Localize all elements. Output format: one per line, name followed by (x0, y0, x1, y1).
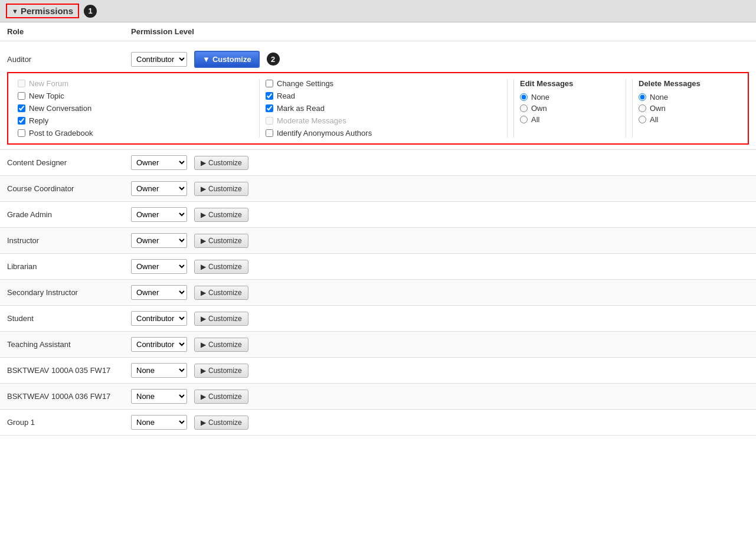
customize-panel: New Forum New Topic New Conversation Rep… (7, 72, 749, 145)
customize-label: Customize (208, 367, 242, 375)
role-name-label: Secondary Instructor (7, 288, 131, 297)
auditor-role-label: Auditor (7, 55, 131, 64)
role-row: Secondary InstructorNoneContributorAutho… (0, 280, 756, 306)
col-divider-1 (259, 79, 260, 138)
role-name-label: Group 1 (7, 418, 131, 427)
edit-messages-title: Edit Messages (520, 79, 614, 88)
checkbox-post-gradebook: Post to Gradebook (18, 129, 253, 138)
checkbox-moderate-messages-input[interactable] (266, 117, 273, 125)
checkbox-identify-anon-label: Identify Anonymous Authors (277, 129, 372, 138)
auditor-row-top: Auditor None Contributor Author Owner ▼ … (7, 46, 749, 72)
role-customize-button[interactable]: ▶Customize (194, 182, 248, 196)
col-divider-3 (626, 79, 626, 138)
role-customize-button[interactable]: ▶Customize (194, 260, 248, 274)
header-bar: ▼ Permissions 1 (0, 0, 756, 22)
checkbox-moderate-messages: Moderate Messages (266, 116, 501, 125)
role-select-wrap: NoneContributorAuthorOwner (131, 259, 187, 274)
checkbox-new-topic: New Topic (18, 91, 253, 100)
delete-messages-own-label: Own (650, 104, 666, 113)
customize-arrow-icon: ▼ (202, 55, 210, 64)
role-row: Teaching AssistantNoneContributorAuthorO… (0, 332, 756, 358)
checkbox-reply-label: Reply (29, 116, 48, 125)
role-row: Grade AdminNoneContributorAuthorOwner▶Cu… (0, 202, 756, 228)
checkbox-change-settings: Change Settings (266, 79, 501, 88)
checkbox-new-forum: New Forum (18, 79, 253, 88)
auditor-customize-button[interactable]: ▼ Customize (194, 51, 260, 68)
role-customize-button[interactable]: ▶Customize (194, 364, 248, 378)
checkbox-post-gradebook-input[interactable] (18, 129, 25, 137)
customize-arrow-icon: ▶ (201, 289, 206, 297)
role-permission-select[interactable]: NoneContributorAuthorOwner (131, 311, 187, 326)
customize-arrow-icon: ▶ (201, 159, 206, 167)
role-select-wrap: NoneContributorAuthorOwner (131, 389, 187, 404)
permissions-title: ▼ Permissions (6, 4, 79, 18)
customize-arrow-icon: ▶ (201, 367, 206, 375)
role-permission-select[interactable]: NoneContributorAuthorOwner (131, 207, 187, 222)
role-permission-select[interactable]: NoneContributorAuthorOwner (131, 233, 187, 248)
edit-messages-none-label: None (531, 93, 549, 102)
role-name-label: BSKTWEAV 1000A 035 FW17 (7, 366, 131, 375)
role-customize-button[interactable]: ▶Customize (194, 338, 248, 352)
customize-arrow-icon: ▶ (201, 341, 206, 349)
edit-messages-own-radio[interactable] (520, 104, 528, 112)
role-select-wrap: NoneContributorAuthorOwner (131, 337, 187, 352)
edit-messages-section: Edit Messages None Own All (513, 79, 620, 138)
role-permission-select[interactable]: NoneContributorAuthorOwner (131, 415, 187, 430)
checkbox-new-topic-input[interactable] (18, 92, 25, 100)
checkbox-change-settings-label: Change Settings (277, 79, 333, 88)
delete-messages-none-radio[interactable] (639, 93, 646, 101)
checkbox-new-forum-input[interactable] (18, 80, 25, 87)
column-headers: Role Permission Level (0, 22, 756, 41)
role-select-wrap: NoneContributorAuthorOwner (131, 155, 187, 170)
role-customize-button[interactable]: ▶Customize (194, 312, 248, 326)
auditor-section: Auditor None Contributor Author Owner ▼ … (0, 41, 756, 150)
role-customize-button[interactable]: ▶Customize (194, 390, 248, 404)
dropdown-arrow-icon: ▼ (12, 8, 18, 15)
checkbox-change-settings-input[interactable] (266, 80, 273, 87)
role-customize-button[interactable]: ▶Customize (194, 234, 248, 248)
customize-label: Customize (208, 185, 242, 193)
role-permission-select[interactable]: NoneContributorAuthorOwner (131, 155, 187, 170)
edit-messages-all: All (520, 115, 614, 124)
role-name-label: Teaching Assistant (7, 340, 131, 349)
delete-messages-all-radio[interactable] (639, 116, 646, 123)
role-name-label: Instructor (7, 236, 131, 245)
auditor-permission-select[interactable]: None Contributor Author Owner (131, 52, 187, 67)
customize-arrow-icon: ▶ (201, 237, 206, 245)
checkbox-identify-anon-input[interactable] (266, 129, 273, 137)
role-row: InstructorNoneContributorAuthorOwner▶Cus… (0, 228, 756, 254)
role-select-wrap: NoneContributorAuthorOwner (131, 181, 187, 196)
role-permission-select[interactable]: NoneContributorAuthorOwner (131, 181, 187, 196)
customize-label: Customize (208, 418, 242, 427)
role-name-label: BSKTWEAV 1000A 036 FW17 (7, 392, 131, 401)
role-customize-button[interactable]: ▶Customize (194, 286, 248, 300)
customize-label: Customize (208, 211, 242, 219)
delete-messages-title: Delete Messages (639, 79, 732, 88)
edit-messages-own: Own (520, 104, 614, 113)
role-permission-select[interactable]: NoneContributorAuthorOwner (131, 363, 187, 378)
checkbox-col-2: Change Settings Read Mark as Read Modera… (266, 79, 501, 138)
checkbox-reply-input[interactable] (18, 117, 25, 125)
role-permission-select[interactable]: NoneContributorAuthorOwner (131, 259, 187, 274)
role-name-label: Grade Admin (7, 210, 131, 219)
delete-messages-own: Own (639, 104, 732, 113)
checkbox-mark-as-read-input[interactable] (266, 104, 273, 112)
delete-messages-own-radio[interactable] (639, 104, 646, 112)
role-row: Course CoordinatorNoneContributorAuthorO… (0, 176, 756, 202)
customize-arrow-icon: ▶ (201, 211, 206, 219)
checkbox-new-conversation-input[interactable] (18, 104, 25, 112)
role-customize-button[interactable]: ▶Customize (194, 416, 248, 430)
checkbox-read-input[interactable] (266, 92, 273, 100)
role-customize-button[interactable]: ▶Customize (194, 208, 248, 222)
edit-messages-none-radio[interactable] (520, 93, 528, 101)
role-permission-select[interactable]: NoneContributorAuthorOwner (131, 285, 187, 300)
checkbox-reply: Reply (18, 116, 253, 125)
customize-label: Customize (212, 55, 251, 64)
customize-arrow-icon: ▶ (201, 185, 206, 193)
customize-arrow-icon: ▶ (201, 315, 206, 323)
role-permission-select[interactable]: NoneContributorAuthorOwner (131, 389, 187, 404)
checkbox-mark-as-read-label: Mark as Read (277, 104, 325, 113)
role-customize-button[interactable]: ▶Customize (194, 156, 248, 170)
role-permission-select[interactable]: NoneContributorAuthorOwner (131, 337, 187, 352)
edit-messages-all-radio[interactable] (520, 116, 528, 123)
